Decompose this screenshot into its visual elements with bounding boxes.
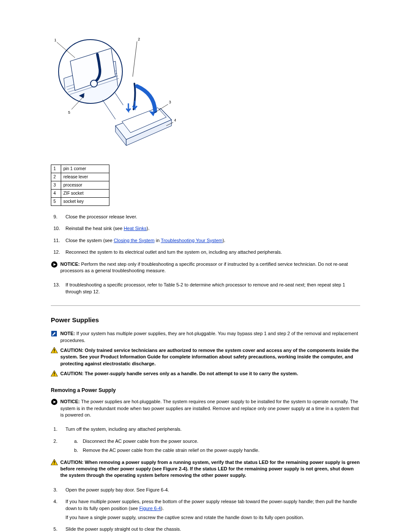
note-row: NOTE: If your system has multiple power …: [51, 330, 360, 344]
step-13: If troubleshooting a specific processor,…: [63, 282, 360, 295]
step-r2: a.Disconnect the AC power cable from the…: [63, 438, 360, 454]
svg-point-6: [90, 80, 97, 87]
caution-label: CAUTION:: [60, 460, 84, 465]
caution-row-3: CAUTION: When removing a power supply fr…: [51, 459, 360, 479]
notice-text: The power supplies are hot-pluggable. Th…: [60, 399, 359, 417]
link-heat-sinks[interactable]: Heat Sinks: [124, 226, 146, 231]
notice-block-2: NOTICE: The power supplies are hot-plugg…: [51, 398, 360, 418]
legend-num: 4: [53, 191, 56, 196]
step-r4: If you have multiple power supplies, pre…: [63, 498, 360, 521]
svg-rect-21: [54, 461, 55, 463]
link-figure-6-4[interactable]: Figure 6-4: [139, 506, 161, 511]
link-troubleshooting[interactable]: Troubleshooting Your System: [161, 238, 222, 243]
callout-3: 3: [169, 100, 171, 104]
section-divider: [51, 305, 360, 306]
legend-label: ZIF socket: [63, 191, 84, 196]
caution-label: CAUTION:: [60, 371, 84, 376]
notice-label: NOTICE:: [60, 261, 80, 267]
caution-icon: [51, 370, 58, 376]
notice-icon: [51, 261, 58, 268]
subhead-removing-power-supply: Removing a Power Supply: [51, 387, 360, 394]
svg-rect-17: [54, 352, 55, 352]
remove-step-list: Turn off the system, including any attac…: [51, 426, 360, 454]
step-11: Close the system (see Closing the System…: [63, 237, 360, 244]
processor-socket-diagram: 1 5: [51, 35, 176, 163]
legend-num: 5: [53, 199, 56, 204]
step-10: Reinstall the heat sink (see Heat Sinks)…: [63, 225, 360, 232]
table-row: 4 ZIF socket: [51, 190, 109, 198]
remove-step-list-2: Open the power supply bay door. See Figu…: [51, 487, 360, 532]
notice-text: Perform the next step only if troublesho…: [60, 261, 348, 273]
step-12: Reconnect the system to its electrical o…: [63, 249, 360, 255]
notice-label: NOTICE:: [60, 399, 80, 404]
note-text: If your system has multiple power suppli…: [60, 331, 358, 342]
callout-2: 2: [138, 37, 140, 41]
legend-label: processor: [63, 183, 82, 187]
top-step-list-cont: If troubleshooting a specific processor,…: [51, 282, 360, 295]
legend-num: 3: [53, 183, 56, 187]
legend-label: socket key: [63, 199, 84, 204]
caution-icon: [51, 459, 58, 465]
note-icon: [51, 330, 57, 337]
callout-4: 4: [174, 118, 176, 122]
svg-rect-16: [54, 349, 55, 351]
caution-row-1: CAUTION: Only trained service technician…: [51, 347, 360, 367]
legend-num: 2: [53, 174, 56, 179]
top-step-list: Close the processor release lever. Reins…: [51, 214, 360, 256]
step-r1: Turn off the system, including any attac…: [63, 426, 360, 432]
svg-rect-22: [54, 464, 55, 464]
caution-label: CAUTION:: [60, 348, 84, 353]
legend-label: release lever: [63, 174, 88, 179]
step-9: Close the processor release lever.: [63, 214, 360, 220]
svg-rect-19: [54, 375, 55, 376]
callout-1: 1: [54, 38, 56, 42]
svg-rect-18: [54, 372, 55, 374]
table-row: 1 pin 1 corner: [51, 165, 109, 173]
legend-num: 1: [53, 166, 56, 171]
svg-line-9: [115, 92, 123, 105]
note-label: NOTE:: [60, 331, 75, 336]
svg-line-11: [133, 41, 137, 77]
table-row: 2 release lever: [51, 173, 109, 181]
caution-text: When removing a power supply from a runn…: [60, 460, 360, 478]
caution-row-2: CAUTION: The power-supply handle serves …: [51, 370, 360, 378]
legend-label: pin 1 corner: [63, 166, 86, 171]
diagram-legend-table: 1 pin 1 corner 2 release lever 3 process…: [51, 165, 109, 206]
table-row: 3 processor: [51, 181, 109, 190]
notice-icon: [51, 398, 58, 405]
step-r5: Slide the power supply straight out to c…: [63, 526, 360, 532]
step-r4-note: If you have a single power supply, unscr…: [65, 514, 360, 521]
svg-line-10: [103, 100, 115, 119]
section-power-supplies: Power Supplies: [51, 315, 360, 324]
table-row: 5 socket key: [51, 198, 109, 206]
notice-block: NOTICE: Perform the next step only if tr…: [51, 261, 360, 274]
caution-text: The power-supply handle serves only as a…: [84, 371, 298, 376]
step-r3: Open the power supply bay door. See Figu…: [63, 487, 360, 493]
caution-icon: [51, 347, 58, 353]
callout-5: 5: [68, 110, 70, 115]
link-closing-system[interactable]: Closing the System: [114, 238, 155, 243]
caution-text: Only trained service technicians are aut…: [60, 348, 359, 366]
